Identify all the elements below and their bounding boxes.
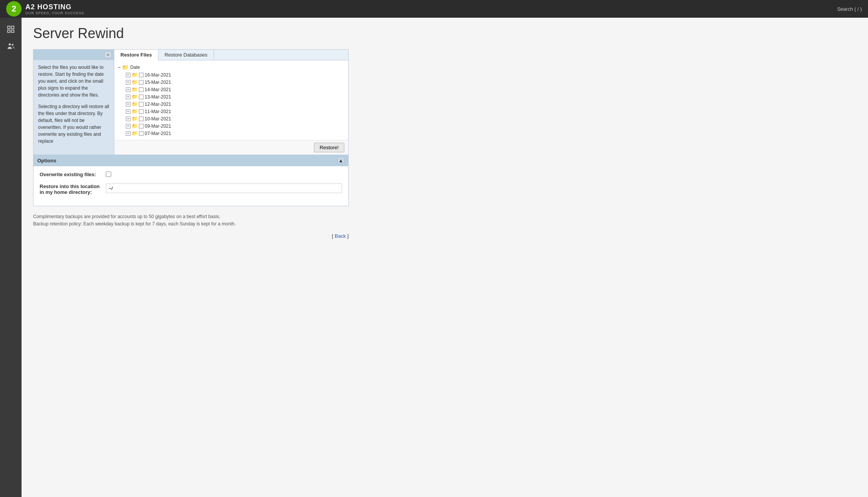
folder-icon: 📁: [132, 79, 138, 85]
overwrite-checkbox[interactable]: [106, 172, 111, 177]
logo-name: A2 HOSTING: [25, 3, 84, 11]
tree-item-checkbox[interactable]: [139, 102, 144, 107]
instruction-1: Select the files you would like to resto…: [38, 64, 109, 98]
logo-tagline: OUR SPEED, YOUR SUCCESS: [25, 11, 84, 15]
tabs: Restore Files Restore Databases: [114, 50, 348, 60]
tree-item-label: 12-Mar-2021: [145, 102, 171, 107]
tree-item-label: 10-Mar-2021: [145, 116, 171, 122]
tree-root-date[interactable]: − 📁 Date: [118, 63, 344, 71]
svg-rect-3: [12, 30, 14, 32]
content-area: Server Rewind « Select the files you wou…: [22, 18, 868, 497]
expand-icon[interactable]: +: [126, 73, 130, 77]
tab-restore-databases[interactable]: Restore Databases: [159, 50, 214, 60]
back-area: [ Back ]: [33, 233, 349, 239]
tree-item[interactable]: + 📁 07-Mar-2021: [126, 130, 344, 137]
options-toggle-button[interactable]: ▲: [337, 157, 344, 164]
root-folder-icon: 📁: [122, 64, 129, 70]
folder-icon: 📁: [132, 101, 138, 107]
left-pane-header: «: [33, 50, 114, 60]
folder-icon: 📁: [132, 87, 138, 92]
tree-item[interactable]: + 📁 15-Mar-2021: [126, 78, 344, 86]
folder-icon: 📁: [132, 72, 138, 78]
back-suffix: ]: [347, 233, 349, 239]
tree-item-checkbox[interactable]: [139, 117, 144, 121]
logo-text-area: A2 HOSTING OUR SPEED, YOUR SUCCESS: [25, 3, 84, 15]
file-tree: − 📁 Date + 📁 16-Mar-2021 + 📁 15-Mar-2021…: [114, 60, 348, 140]
options-toggle-icon: ▲: [339, 158, 344, 163]
options-header[interactable]: Options ▲: [33, 155, 348, 166]
logo-area: 2 A2 HOSTING OUR SPEED, YOUR SUCCESS: [6, 1, 84, 17]
expand-icon[interactable]: +: [126, 117, 130, 121]
expand-icon[interactable]: +: [126, 102, 130, 107]
folder-icon: 📁: [132, 108, 138, 114]
back-link[interactable]: Back: [335, 233, 346, 239]
tree-item-checkbox[interactable]: [139, 80, 144, 85]
options-title: Options: [37, 158, 56, 163]
tree-item-checkbox[interactable]: [139, 124, 144, 128]
tree-item-checkbox[interactable]: [139, 73, 144, 77]
svg-rect-0: [8, 26, 10, 28]
tab-restore-files[interactable]: Restore Files: [114, 50, 159, 60]
restore-location-input[interactable]: [106, 183, 342, 193]
tree-item-label: 16-Mar-2021: [145, 72, 171, 78]
footer-line-2: Backup retention policy: Each weekday ba…: [33, 220, 349, 228]
instruction-2: Selecting a directory will restore all t…: [38, 103, 109, 145]
expand-icon[interactable]: +: [126, 80, 130, 85]
restore-button-area: Restore!: [114, 140, 348, 155]
svg-point-5: [12, 44, 13, 46]
tree-item[interactable]: + 📁 14-Mar-2021: [126, 86, 344, 93]
tree-item-label: 07-Mar-2021: [145, 131, 171, 136]
tree-item-checkbox[interactable]: [139, 109, 144, 114]
main-layout: Server Rewind « Select the files you wou…: [0, 18, 868, 497]
overwrite-option-row: Overwrite existing files:: [40, 172, 342, 178]
expand-icon[interactable]: +: [126, 95, 130, 99]
footer-notes: Complimentary backups are provided for a…: [33, 213, 349, 228]
folder-icon: 📁: [132, 130, 138, 136]
search-button[interactable]: Search ( / ): [837, 6, 862, 12]
main-panel: « Select the files you would like to res…: [33, 49, 349, 155]
tree-item[interactable]: + 📁 09-Mar-2021: [126, 122, 344, 130]
expand-icon[interactable]: +: [126, 131, 130, 136]
footer-line-1: Complimentary backups are provided for a…: [33, 213, 349, 220]
tree-item-label: 15-Mar-2021: [145, 80, 171, 85]
expand-icon[interactable]: +: [126, 87, 130, 92]
sidebar-item-users[interactable]: [4, 39, 18, 53]
left-pane-instructions: Select the files you would like to resto…: [33, 60, 114, 148]
right-pane: Restore Files Restore Databases − 📁 Date: [114, 50, 348, 155]
options-section: Options ▲ Overwrite existing files: Rest…: [33, 155, 349, 206]
tree-item-label: 14-Mar-2021: [145, 87, 171, 92]
options-body: Overwrite existing files: Restore into t…: [33, 166, 348, 206]
tree-item[interactable]: + 📁 11-Mar-2021: [126, 108, 344, 115]
tree-item-checkbox[interactable]: [139, 131, 144, 136]
sidebar-item-grid[interactable]: [4, 22, 18, 36]
logo-icon: 2: [6, 1, 22, 17]
tree-item-label: 09-Mar-2021: [145, 123, 171, 129]
tree-item-checkbox[interactable]: [139, 87, 144, 92]
topbar: 2 A2 HOSTING OUR SPEED, YOUR SUCCESS Sea…: [0, 0, 868, 18]
restore-location-row: Restore into this location in my home di…: [40, 183, 342, 195]
back-prefix: [: [332, 233, 335, 239]
svg-rect-2: [8, 30, 10, 32]
folder-icon: 📁: [132, 123, 138, 129]
restore-location-control: [106, 183, 342, 193]
page-title: Server Rewind: [33, 25, 856, 42]
expand-icon[interactable]: +: [126, 109, 130, 114]
tree-item-label: 11-Mar-2021: [145, 109, 171, 114]
expand-icon[interactable]: +: [126, 124, 130, 128]
folder-icon: 📁: [132, 94, 138, 100]
overwrite-label: Overwrite existing files:: [40, 172, 101, 177]
tree-item[interactable]: + 📁 12-Mar-2021: [126, 100, 344, 108]
tree-item[interactable]: + 📁 13-Mar-2021: [126, 93, 344, 100]
tree-item[interactable]: + 📁 10-Mar-2021: [126, 115, 344, 122]
overwrite-control: [106, 172, 342, 178]
tree-item[interactable]: + 📁 16-Mar-2021: [126, 71, 344, 78]
restore-button[interactable]: Restore!: [314, 143, 344, 152]
left-pane: « Select the files you would like to res…: [33, 50, 114, 155]
root-label: Date: [130, 65, 140, 70]
sidebar: [0, 18, 22, 497]
root-minus-icon: −: [118, 65, 120, 70]
tree-item-checkbox[interactable]: [139, 95, 144, 99]
collapse-button[interactable]: «: [104, 51, 112, 58]
tree-items: + 📁 16-Mar-2021 + 📁 15-Mar-2021 + 📁 14-M…: [118, 71, 344, 137]
restore-location-label: Restore into this location in my home di…: [40, 183, 101, 195]
